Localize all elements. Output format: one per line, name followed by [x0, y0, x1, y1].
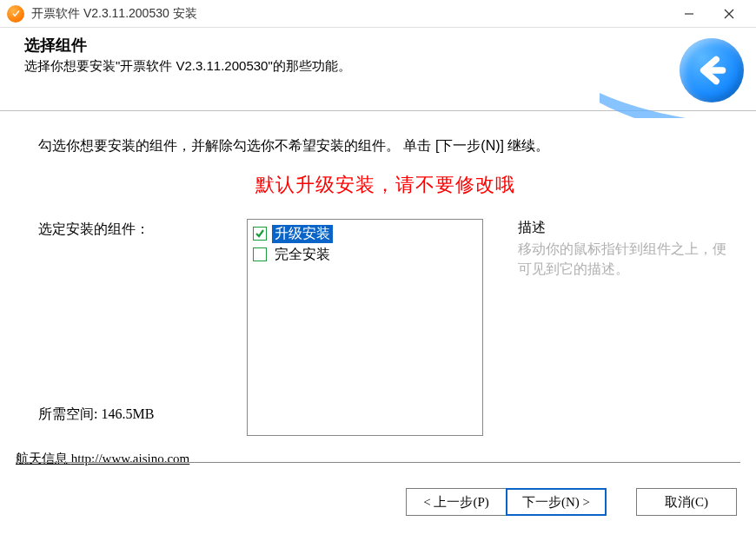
description-text: 移动你的鼠标指针到组件之上，便可见到它的描述。	[518, 239, 732, 279]
component-item-full[interactable]: 完全安装	[253, 244, 477, 265]
component-list[interactable]: 升级安装 完全安装	[247, 219, 483, 436]
space-required: 所需空间: 146.5MB	[38, 406, 154, 424]
checkbox-icon[interactable]	[253, 247, 267, 261]
back-button[interactable]: < 上一步(P)	[406, 488, 507, 516]
component-label: 升级安装	[272, 225, 333, 243]
minimize-button[interactable]	[669, 0, 709, 28]
header-logo	[634, 38, 756, 108]
titlebar: 开票软件 V2.3.11.200530 安装	[0, 0, 756, 28]
window-title: 开票软件 V2.3.11.200530 安装	[31, 6, 669, 22]
cancel-button[interactable]: 取消(C)	[636, 488, 737, 516]
header-title: 选择组件	[24, 35, 735, 56]
component-label: 完全安装	[272, 246, 333, 264]
description-heading: 描述	[518, 219, 732, 237]
instruction-text: 勾选你想要安装的组件，并解除勾选你不希望安装的组件。 单击 [下一步(N)] 继…	[38, 135, 716, 156]
separator	[16, 462, 740, 474]
checkbox-icon[interactable]	[253, 227, 267, 241]
app-icon	[7, 5, 24, 23]
component-item-upgrade[interactable]: 升级安装	[253, 223, 477, 244]
wizard-footer: < 上一步(P) 下一步(N) > 取消(C)	[0, 476, 756, 528]
wizard-header: 选择组件 选择你想要安装"开票软件 V2.3.11.200530"的那些功能。	[0, 28, 756, 111]
warning-text: 默认升级安装，请不要修改哦	[38, 172, 732, 198]
header-description: 选择你想要安装"开票软件 V2.3.11.200530"的那些功能。	[24, 57, 441, 75]
close-button[interactable]	[709, 0, 749, 28]
wizard-body: 勾选你想要安装的组件，并解除勾选你不希望安装的组件。 单击 [下一步(N)] 继…	[0, 111, 756, 476]
components-label: 选定安装的组件：	[38, 219, 212, 436]
next-button[interactable]: 下一步(N) >	[506, 488, 607, 516]
